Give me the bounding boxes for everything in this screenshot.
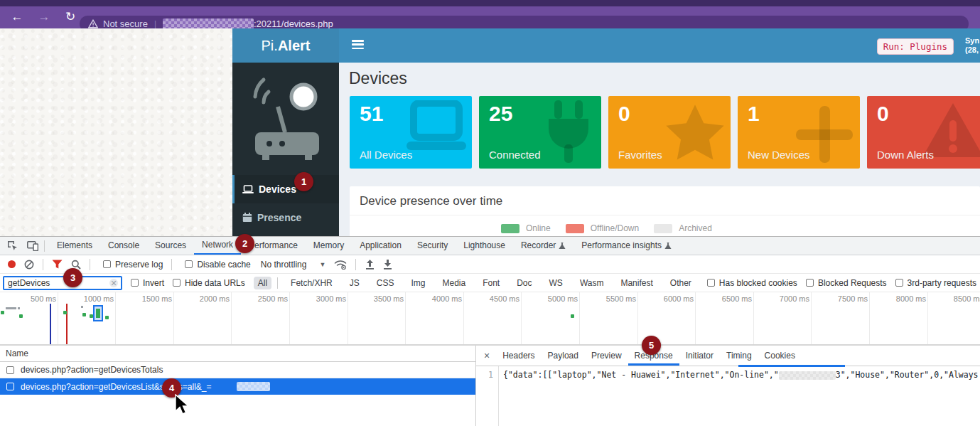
device-toolbar-icon[interactable] bbox=[26, 240, 40, 252]
filter-chip[interactable]: CSS bbox=[372, 277, 399, 289]
close-icon[interactable]: × bbox=[484, 350, 490, 361]
divider bbox=[90, 259, 90, 270]
divider bbox=[44, 240, 45, 252]
filter-chip[interactable]: Font bbox=[478, 277, 504, 289]
card-value: 51 bbox=[360, 102, 472, 126]
detail-tab-cookies[interactable]: Cookies bbox=[758, 346, 802, 366]
legend-label: Online bbox=[526, 223, 551, 233]
selected-request-marker bbox=[93, 305, 103, 321]
pialert-logo[interactable]: Pi.Alert bbox=[232, 28, 339, 63]
card-connected[interactable]: 25 Connected bbox=[479, 96, 601, 169]
name-column-header[interactable]: Name bbox=[0, 346, 475, 362]
invert-checkbox[interactable]: Invert bbox=[131, 278, 164, 288]
experiment-flask-icon bbox=[664, 242, 672, 250]
has-blocked-cookies-checkbox[interactable]: Has blocked cookies bbox=[707, 278, 797, 288]
tab-network[interactable]: Network bbox=[194, 237, 241, 255]
disable-cache-checkbox[interactable]: Disable cache bbox=[185, 260, 250, 270]
detail-tab-timing[interactable]: Timing bbox=[720, 346, 758, 366]
request-dot bbox=[571, 314, 574, 318]
throttling-select[interactable]: No throttling▼ bbox=[261, 260, 326, 270]
tab-recorder[interactable]: Recorder bbox=[513, 237, 574, 255]
detail-tab-payload[interactable]: Payload bbox=[542, 346, 585, 366]
request-row-selected[interactable]: devices.php?action=getDevicesList&status… bbox=[0, 378, 475, 395]
card-label: Down Alerts bbox=[877, 149, 934, 161]
tick-label: 2000 ms bbox=[187, 294, 230, 303]
annotation-badge-3: 3 bbox=[63, 268, 82, 287]
card-all-devices[interactable]: 51 All Devices bbox=[350, 96, 472, 169]
filter-chip[interactable]: JS bbox=[345, 277, 364, 289]
tab-elements[interactable]: Elements bbox=[49, 237, 100, 255]
export-har-icon[interactable] bbox=[383, 260, 392, 270]
filter-chip[interactable]: Wasm bbox=[576, 277, 608, 289]
line-number: 1 bbox=[476, 366, 499, 426]
sidebar-item-devices[interactable]: Devices bbox=[232, 175, 339, 203]
request-checkbox[interactable] bbox=[6, 366, 14, 374]
detail-tab-initiator[interactable]: Initiator bbox=[679, 346, 720, 366]
tab-application[interactable]: Application bbox=[352, 237, 409, 255]
response-viewer[interactable]: 1 {"data":[["laptop","Net - Huawei","Int… bbox=[476, 366, 980, 426]
filter-chip[interactable]: Fetch/XHR bbox=[286, 277, 337, 289]
filter-chip[interactable]: Other bbox=[666, 277, 696, 289]
network-overview-timeline[interactable]: 500 ms 1000 ms 1500 ms 2000 ms 2500 ms 3… bbox=[0, 292, 980, 346]
omnibox-divider: | bbox=[154, 19, 156, 29]
devtools-panel: Elements Console Sources Network Perform… bbox=[0, 236, 980, 426]
reload-icon[interactable]: ↻ bbox=[61, 9, 80, 26]
card-down-alerts[interactable]: 0 Down Alerts bbox=[867, 96, 980, 169]
sidebar-item-label: Presence bbox=[257, 212, 301, 223]
tick-label: 8500 ms bbox=[941, 294, 980, 303]
legend-label: Archived bbox=[679, 223, 712, 233]
request-dot bbox=[105, 316, 109, 319]
legend-swatch-archived bbox=[654, 224, 672, 233]
load-event-marker bbox=[66, 304, 68, 344]
scrollbar-thumb[interactable] bbox=[738, 365, 845, 367]
preserve-log-checkbox[interactable]: Preserve log bbox=[103, 260, 163, 270]
legend-swatch-online bbox=[501, 224, 519, 233]
forward-icon[interactable]: → bbox=[35, 9, 53, 26]
detail-tab-preview[interactable]: Preview bbox=[585, 346, 628, 366]
sync-status-truncated: Syn(28, bbox=[965, 36, 980, 55]
tab-lighthouse[interactable]: Lighthouse bbox=[456, 237, 513, 255]
filter-chip[interactable]: Img bbox=[406, 277, 429, 289]
filter-chip[interactable]: Doc bbox=[512, 277, 536, 289]
tab-console[interactable]: Console bbox=[100, 237, 147, 255]
network-filter-row: getDevices ✕ Invert Hide data URLs All F… bbox=[0, 274, 980, 292]
tick-label: 5500 ms bbox=[593, 294, 636, 303]
sidebar-item-presence[interactable]: Presence bbox=[232, 203, 339, 232]
mouse-cursor bbox=[174, 394, 190, 417]
sidebar-toggle-icon[interactable] bbox=[352, 40, 364, 50]
detail-tab-headers[interactable]: Headers bbox=[496, 346, 541, 366]
inspect-element-icon[interactable] bbox=[6, 240, 20, 252]
card-new-devices[interactable]: 1 New Devices bbox=[738, 96, 860, 169]
divider bbox=[43, 259, 43, 270]
tick-label: 3000 ms bbox=[303, 294, 346, 303]
run-plugins-button[interactable]: Run: Plugins bbox=[877, 38, 954, 55]
card-favorites[interactable]: 0 Favorites bbox=[608, 96, 731, 169]
filter-icon[interactable] bbox=[52, 260, 63, 269]
request-row[interactable]: devices.php?action=getDevicesTotals bbox=[0, 362, 475, 378]
clear-network-log-icon[interactable] bbox=[24, 260, 34, 270]
request-checkbox[interactable] bbox=[6, 383, 14, 390]
card-value: 0 bbox=[618, 102, 731, 126]
page-title: Devices bbox=[339, 63, 980, 88]
filter-input[interactable]: getDevices ✕ bbox=[3, 276, 122, 290]
tick-label: 7500 ms bbox=[825, 294, 868, 303]
third-party-requests-checkbox[interactable]: 3rd-party requests bbox=[895, 278, 976, 288]
filter-chip[interactable]: Manifest bbox=[616, 277, 657, 289]
import-har-icon[interactable] bbox=[365, 260, 375, 270]
filter-chip-all[interactable]: All bbox=[254, 277, 271, 289]
browser-titlebar bbox=[0, 0, 980, 6]
tick-label: 8000 ms bbox=[883, 294, 926, 303]
filter-chip[interactable]: Media bbox=[438, 277, 470, 289]
back-icon[interactable]: ← bbox=[8, 9, 26, 26]
annotation-badge-5: 5 bbox=[642, 336, 661, 355]
tab-memory[interactable]: Memory bbox=[306, 237, 352, 255]
hide-data-urls-checkbox[interactable]: Hide data URLs bbox=[173, 278, 245, 288]
filter-chip[interactable]: WS bbox=[545, 277, 567, 289]
network-conditions-icon[interactable] bbox=[334, 260, 347, 270]
record-network-log-button[interactable] bbox=[8, 260, 16, 268]
blocked-requests-checkbox[interactable]: Blocked Requests bbox=[806, 278, 887, 288]
clear-filter-icon[interactable]: ✕ bbox=[109, 279, 118, 287]
tab-performance-insights[interactable]: Performance insights bbox=[574, 237, 679, 255]
tab-security[interactable]: Security bbox=[409, 237, 456, 255]
tab-sources[interactable]: Sources bbox=[147, 237, 194, 255]
